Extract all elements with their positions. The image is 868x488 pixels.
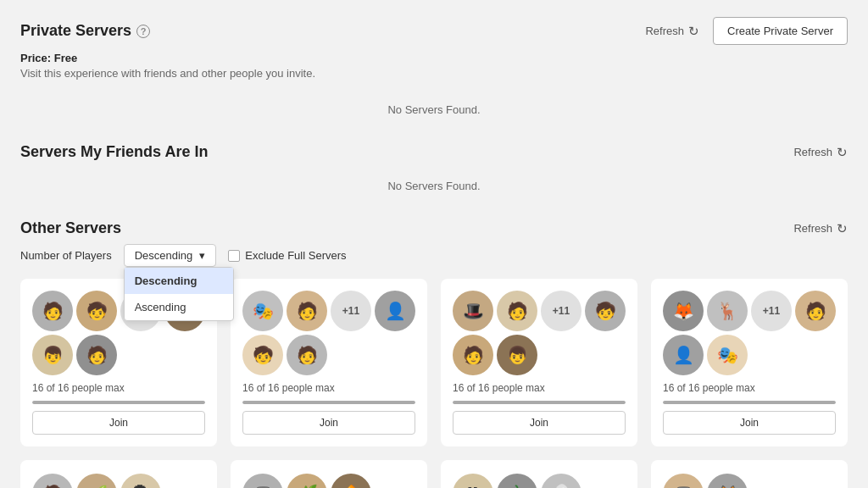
avatar: 🧒: [242, 335, 283, 375]
avatar: 🎭: [242, 291, 283, 331]
avatar: 👤: [375, 291, 415, 331]
server-card-bottom: 🎩 🌿 🔶: [231, 460, 427, 488]
sort-dropdown-menu: Descending Ascending: [124, 267, 234, 321]
avatar: 🅜: [120, 474, 161, 488]
sort-dropdown-button[interactable]: Descending ▾: [124, 244, 217, 267]
avatar: 🌱: [76, 474, 117, 488]
friends-servers-refresh-button[interactable]: Refresh ↻: [793, 145, 848, 160]
refresh-icon-other: ↻: [837, 221, 848, 236]
controls-row: Number of Players Descending ▾ Descendin…: [20, 244, 848, 267]
join-button[interactable]: Join: [32, 411, 205, 435]
refresh-label-friends: Refresh: [793, 146, 832, 158]
server-card-bottom: 🧑 🌱 🅜: [20, 460, 217, 488]
avatar: 🎩: [453, 291, 493, 331]
server-count: 16 of 16 people max: [453, 382, 626, 394]
avatars-row: 🎭 🧑 +11 👤 🧒 🧑: [242, 291, 415, 375]
other-servers-title: Other Servers: [20, 219, 121, 237]
avatar: 🧑: [795, 291, 836, 331]
server-card: 🎩 🧑 +11 🧒 🧑 👦 16 of 16 people max Join: [441, 279, 637, 446]
progress-bar: [242, 401, 415, 404]
avatar: 🧑: [32, 474, 73, 488]
avatar: 🧒: [585, 291, 626, 331]
create-private-server-button[interactable]: Create Private Server: [713, 17, 848, 45]
private-servers-refresh-button[interactable]: Refresh ↻: [645, 24, 699, 39]
avatar: 🧑: [76, 335, 117, 375]
avatar-more: +11: [751, 291, 792, 331]
bottom-avatars: 🧑 🌱 🅜: [32, 474, 161, 488]
progress-bar: [663, 401, 836, 404]
avatar: 🧑: [287, 291, 327, 331]
avatars-row: 🎩 🧑 +11 🧒 🧑 👦: [453, 291, 626, 375]
server-card-bottom: 🎩 🦊: [651, 460, 848, 488]
private-servers-no-servers: No Servers Found.: [20, 92, 848, 128]
avatars-row: 🦊 🦌 +11 🧑 👤 🎭: [663, 291, 836, 375]
refresh-label-private: Refresh: [645, 25, 684, 37]
dropdown-option-descending[interactable]: Descending: [125, 268, 233, 294]
join-button[interactable]: Join: [453, 411, 626, 435]
help-icon[interactable]: ?: [136, 25, 150, 38]
avatar: 🧑: [287, 335, 327, 375]
other-servers-title-text: Other Servers: [20, 219, 121, 237]
server-count: 16 of 16 people max: [32, 382, 205, 394]
avatar: 🦊: [663, 291, 704, 331]
avatar: 🎃: [497, 474, 537, 488]
friends-servers-no-servers: No Servers Found.: [20, 168, 848, 204]
avatar-more: +11: [541, 291, 581, 331]
avatar: 🦊: [707, 474, 748, 488]
avatar: 👻: [541, 474, 581, 488]
avatar: 🎩: [242, 474, 283, 488]
avatar: 🕶: [453, 474, 493, 488]
avatar: 🧒: [76, 291, 117, 331]
join-button[interactable]: Join: [663, 411, 836, 435]
server-card: 🦊 🦌 +11 🧑 👤 🎭 16 of 16 people max Join: [651, 279, 848, 446]
avatar-more: +11: [331, 291, 371, 331]
bottom-avatars: 🕶 🎃 👻: [453, 474, 581, 488]
friends-servers-title: Servers My Friends Are In: [20, 143, 208, 161]
price-text: Price: Free: [20, 52, 848, 64]
refresh-icon-private: ↻: [688, 24, 699, 39]
avatar: 🔶: [331, 474, 371, 488]
avatar: 👤: [663, 335, 704, 375]
sort-dropdown-wrapper: Descending ▾ Descending Ascending: [124, 244, 217, 267]
avatar: 👦: [32, 335, 73, 375]
refresh-label-other: Refresh: [793, 222, 832, 235]
avatar: 🧑: [453, 335, 493, 375]
bottom-avatars: 🎩 🌿 🔶: [242, 474, 371, 488]
chevron-down-icon: ▾: [199, 249, 205, 262]
avatar: 🎭: [707, 335, 748, 375]
progress-bar: [453, 401, 626, 404]
avatar: 🧑: [32, 291, 73, 331]
private-servers-title: Private Servers ?: [20, 22, 150, 40]
join-button[interactable]: Join: [242, 411, 415, 435]
server-card: 🎭 🧑 +11 👤 🧒 🧑 16 of 16 people max Join: [231, 279, 427, 446]
other-servers-refresh-button[interactable]: Refresh ↻: [793, 221, 848, 236]
exclude-full-checkbox[interactable]: [228, 250, 240, 262]
exclude-full-label: Exclude Full Servers: [245, 249, 346, 262]
avatar: 🦌: [707, 291, 748, 331]
progress-bar: [32, 401, 205, 404]
bottom-servers-row: 🧑 🌱 🅜 🎩 🌿 🔶 🕶 🎃 👻 🎩 🦊: [20, 460, 848, 488]
server-count: 16 of 16 people max: [242, 382, 415, 394]
avatar: 🧑: [497, 291, 537, 331]
bottom-avatars: 🎩 🦊: [663, 474, 748, 488]
exclude-full-checkbox-row: Exclude Full Servers: [228, 249, 346, 262]
sort-selected-label: Descending: [135, 249, 193, 262]
private-servers-title-text: Private Servers: [20, 22, 131, 40]
avatar: 👦: [497, 335, 537, 375]
dropdown-option-ascending[interactable]: Ascending: [125, 294, 233, 320]
avatar: 🎩: [663, 474, 704, 488]
number-of-players-label: Number of Players: [20, 249, 112, 262]
avatar: 🌿: [287, 474, 327, 488]
friends-servers-title-text: Servers My Friends Are In: [20, 143, 208, 161]
server-count: 16 of 16 people max: [663, 382, 836, 394]
server-card-bottom: 🕶 🎃 👻: [441, 460, 637, 488]
refresh-icon-friends: ↻: [837, 145, 848, 160]
visit-text: Visit this experience with friends and o…: [20, 67, 848, 80]
